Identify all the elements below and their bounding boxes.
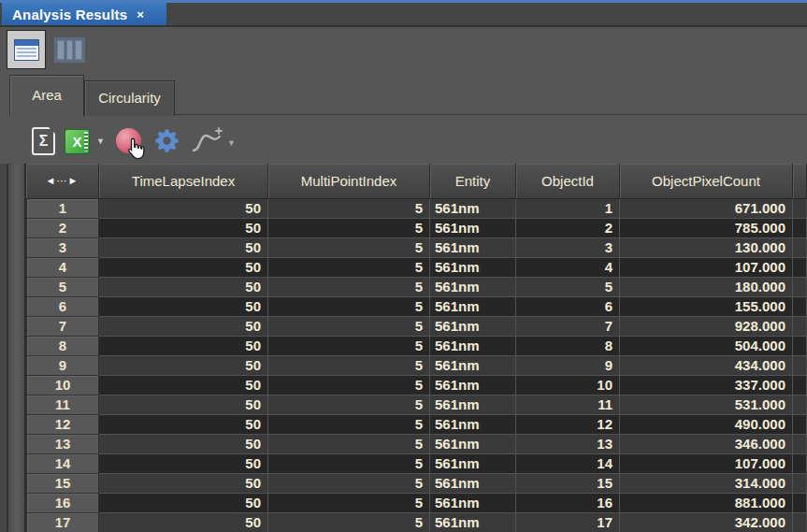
header-entity[interactable]: Entity [430,164,516,199]
cell-entity[interactable]: 561nm [430,238,516,258]
cell-entity[interactable]: 561nm [430,297,516,317]
cell-objectpixelcount[interactable]: 881.000 [620,494,793,513]
cell-objectpixelcount[interactable]: 107.000 [620,258,793,278]
cell-entity[interactable]: 561nm [430,219,516,238]
cell-objectid[interactable]: 14 [516,454,620,474]
row-number-cell[interactable]: 3 [26,238,99,258]
cell-objectpixelcount[interactable]: 671.000 [620,199,793,219]
header-multipointindex[interactable]: MultiPointIndex [268,164,430,199]
row-number-cell[interactable]: 7 [26,317,99,337]
cell-objectid[interactable]: 7 [516,317,620,337]
cell-entity[interactable]: 561nm [430,395,516,415]
cell-entity[interactable]: 561nm [430,415,516,435]
export-report-sigma-icon[interactable]: Σ [32,127,55,155]
cell-multipointindex[interactable]: 5 [268,297,430,317]
cell-timelapseindex[interactable]: 50 [99,278,268,297]
cell-objectid[interactable]: 5 [516,278,620,297]
cell-entity[interactable]: 561nm [430,513,516,532]
cell-overflow-sliver[interactable] [793,278,807,297]
cell-entity[interactable]: 561nm [430,376,516,395]
tab-area[interactable]: Area [9,75,84,116]
column-layout-view-button[interactable] [54,37,85,63]
cell-entity[interactable]: 561nm [430,317,516,337]
cell-multipointindex[interactable]: 5 [268,356,430,376]
cell-multipointindex[interactable]: 5 [268,199,430,219]
cell-objectid[interactable]: 11 [516,395,620,415]
header-objectid[interactable]: ObjectId [516,164,620,199]
tab-analysis-results[interactable]: Analysis Results × [2,3,166,25]
cell-multipointindex[interactable]: 5 [268,435,430,454]
tab-circularity[interactable]: Circularity [84,80,175,116]
cell-objectpixelcount[interactable]: 337.000 [620,376,793,395]
cell-multipointindex[interactable]: 5 [268,238,430,258]
curve-dropdown-icon[interactable]: ▼ [227,138,236,148]
cell-multipointindex[interactable]: 5 [268,395,430,415]
cell-overflow-sliver[interactable] [793,238,807,258]
cell-objectpixelcount[interactable]: 928.000 [620,317,793,337]
cell-entity[interactable]: 561nm [430,454,516,474]
row-number-cell[interactable]: 2 [26,219,99,238]
cell-timelapseindex[interactable]: 50 [99,435,268,454]
cell-overflow-sliver[interactable] [793,297,807,317]
column-nav-header[interactable]: ◄⋯► [26,164,99,199]
cell-overflow-sliver[interactable] [793,474,807,494]
row-number-cell[interactable]: 5 [26,278,99,297]
cell-timelapseindex[interactable]: 50 [99,238,268,258]
cell-timelapseindex[interactable]: 50 [99,474,268,494]
cell-entity[interactable]: 561nm [430,337,516,356]
cell-overflow-sliver[interactable] [793,219,807,238]
cell-objectpixelcount[interactable]: 346.000 [620,435,793,454]
row-number-cell[interactable]: 17 [26,513,99,532]
cell-objectpixelcount[interactable]: 504.000 [620,337,793,356]
cell-overflow-sliver[interactable] [793,376,807,395]
row-number-cell[interactable]: 6 [26,297,99,317]
cell-overflow-sliver[interactable] [793,337,807,356]
cell-objectid[interactable]: 3 [516,238,620,258]
cell-objectid[interactable]: 1 [516,199,620,219]
cell-overflow-sliver[interactable] [793,435,807,454]
cell-objectid[interactable]: 17 [516,513,620,532]
cell-overflow-sliver[interactable] [793,317,807,337]
cell-multipointindex[interactable]: 5 [268,376,430,395]
cell-entity[interactable]: 561nm [430,258,516,278]
cell-multipointindex[interactable]: 5 [268,278,430,297]
cell-entity[interactable]: 561nm [430,474,516,494]
cell-timelapseindex[interactable]: 50 [99,415,268,435]
cell-objectid[interactable]: 12 [516,415,620,435]
cell-objectpixelcount[interactable]: 531.000 [620,395,793,415]
excel-dropdown-icon[interactable]: ▼ [96,137,105,146]
cell-timelapseindex[interactable]: 50 [99,454,268,474]
cell-entity[interactable]: 561nm [430,278,516,297]
cell-overflow-sliver[interactable] [793,494,807,513]
cell-objectid[interactable]: 15 [516,474,620,494]
cell-overflow-sliver[interactable] [793,513,807,532]
cell-objectid[interactable]: 13 [516,435,620,454]
add-graph-curve-icon[interactable] [191,127,223,154]
cell-objectid[interactable]: 10 [516,376,620,395]
row-number-cell[interactable]: 4 [26,258,99,278]
cell-multipointindex[interactable]: 5 [268,513,430,532]
cell-multipointindex[interactable]: 5 [268,219,430,238]
cell-timelapseindex[interactable]: 50 [99,219,268,238]
cell-multipointindex[interactable]: 5 [268,494,430,513]
cell-objectpixelcount[interactable]: 434.000 [620,356,793,376]
single-table-view-button[interactable] [7,30,46,69]
row-number-cell[interactable]: 10 [26,376,99,395]
cell-timelapseindex[interactable]: 50 [99,258,268,278]
close-icon[interactable]: × [137,8,144,21]
cell-objectpixelcount[interactable]: 490.000 [620,415,793,435]
cell-overflow-sliver[interactable] [793,199,807,219]
row-number-cell[interactable]: 14 [26,454,99,474]
cell-entity[interactable]: 561nm [430,435,516,454]
row-number-cell[interactable]: 16 [26,494,99,513]
cell-timelapseindex[interactable]: 50 [99,317,268,337]
cell-objectpixelcount[interactable]: 314.000 [620,474,793,494]
cell-overflow-sliver[interactable] [793,258,807,278]
row-number-cell[interactable]: 8 [26,337,99,356]
row-number-cell[interactable]: 13 [26,435,99,454]
settings-gear-icon[interactable] [153,127,180,154]
cell-overflow-sliver[interactable] [793,454,807,474]
row-number-cell[interactable]: 12 [26,415,99,435]
cell-timelapseindex[interactable]: 50 [99,199,268,219]
cell-timelapseindex[interactable]: 50 [99,337,268,356]
